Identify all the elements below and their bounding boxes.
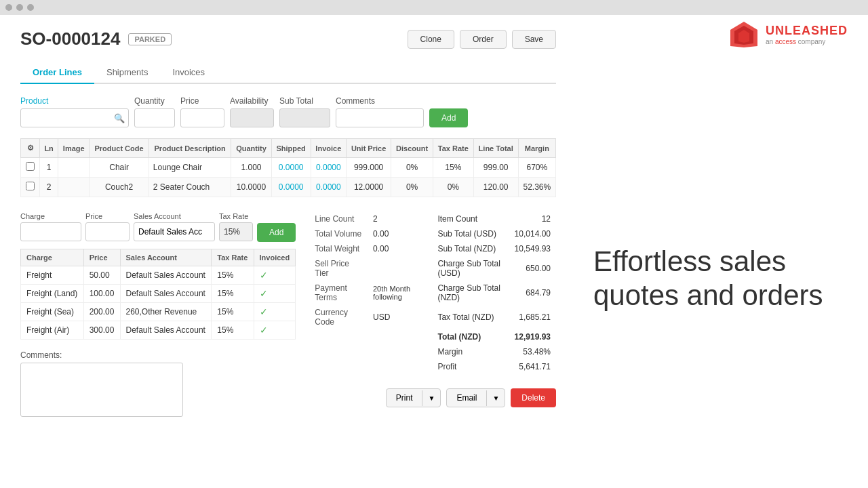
charge-name-input[interactable]: [20, 222, 81, 241]
quantity-input[interactable]: [134, 108, 175, 127]
header-buttons: Clone Order Save: [408, 30, 556, 49]
charge-row-charge: Freight (Sea): [21, 303, 84, 321]
logo-area: UNLEASHED an access company: [728, 20, 848, 49]
charge-price-label: Price: [85, 212, 130, 220]
total-weight-label: Total Weight: [311, 242, 368, 256]
titlebar-dot-2: [16, 4, 23, 11]
payment-terms-label: Payment Terms: [311, 281, 368, 304]
save-button[interactable]: Save: [512, 30, 556, 49]
table-row: 2 Couch2 2 Seater Couch 10.0000 0.0000 0…: [21, 178, 556, 197]
row-image: [58, 158, 90, 178]
header: SO-0000124 PARKED Clone Order Save: [20, 28, 556, 49]
charge-salesacc-input[interactable]: [134, 222, 215, 241]
th-product-description: Product Description: [149, 139, 231, 158]
currency-code-value: USD: [369, 306, 432, 329]
price-input[interactable]: [180, 108, 224, 127]
charge-price-input[interactable]: [85, 222, 130, 241]
charge-row-invoiced: ✓: [254, 266, 296, 285]
titlebar-dot-3: [27, 4, 34, 11]
print-arrow[interactable]: ▼: [422, 390, 440, 406]
email-arrow[interactable]: ▼: [486, 390, 505, 406]
availability-label: Availability: [230, 96, 274, 106]
row-margin: 52.36%: [518, 178, 555, 197]
row-discount: 0%: [391, 158, 433, 178]
email-button[interactable]: Email: [447, 389, 486, 407]
row-line-total: 120.00: [473, 178, 518, 197]
total-nzd-value: 12,919.93: [511, 330, 555, 344]
subtotal-label: Sub Total: [279, 96, 330, 106]
th-tax-rate: Tax Rate: [433, 139, 473, 158]
row-quantity: 1.000: [231, 158, 271, 178]
table-row: 1 Chair Lounge Chair 1.000 0.0000 0.0000…: [21, 158, 556, 178]
th-discount: Discount: [391, 139, 433, 158]
row-tax-rate: 0%: [433, 178, 473, 197]
th-line-total: Line Total: [473, 139, 518, 158]
th-gear[interactable]: ⚙: [21, 139, 40, 158]
price-field-group: Price: [180, 96, 224, 127]
th-invoice: Invoice: [311, 139, 346, 158]
tabs: Order Lines Shipments Invoices: [20, 62, 556, 84]
charge-salesacc-group: Sales Account: [134, 212, 215, 241]
charge-row-taxrate: 15%: [212, 266, 254, 285]
tax-total-nzd-label: Tax Total (NZD): [433, 306, 509, 329]
order-button[interactable]: Order: [460, 30, 507, 49]
quantity-field-group: Quantity: [134, 96, 175, 127]
summary-row-line-count: Line Count 2 Item Count 12: [311, 212, 555, 226]
sell-price-tier-value: [369, 257, 432, 280]
delete-button[interactable]: Delete: [511, 388, 556, 407]
row-checkbox[interactable]: [21, 178, 40, 197]
row-ln: 1: [40, 158, 58, 178]
sidebar-tagline: Effortless sales quotes and orders: [593, 245, 851, 313]
status-badge: PARKED: [128, 33, 172, 45]
tax-total-nzd-value: 1,685.21: [511, 306, 555, 329]
product-input[interactable]: [20, 108, 129, 127]
add-product-button[interactable]: Add: [429, 108, 468, 127]
row-product-desc: 2 Seater Couch: [149, 178, 231, 197]
row-shipped: 0.0000: [271, 178, 311, 197]
sell-price-tier-label: Sell Price Tier: [311, 257, 368, 280]
titlebar-dot-1: [5, 4, 12, 11]
summary-row-total: Total (NZD) 12,919.93: [311, 330, 555, 344]
comments-input[interactable]: [336, 108, 424, 127]
logo-sub1: an: [766, 38, 773, 45]
row-quantity: 10.0000: [231, 178, 271, 197]
charge-add-button[interactable]: Add: [257, 223, 296, 242]
search-icon[interactable]: 🔍: [114, 113, 125, 123]
charge-label-group: Charge: [20, 212, 81, 241]
summary-row-weight: Total Weight 0.00 Sub Total (NZD) 10,549…: [311, 242, 555, 256]
charge-sub-nzd-value: 684.79: [511, 281, 555, 304]
clone-button[interactable]: Clone: [408, 30, 454, 49]
summary-row-currency: Currency Code USD Tax Total (NZD) 1,685.…: [311, 306, 555, 329]
tab-shipments[interactable]: Shipments: [94, 62, 160, 84]
charge-row-charge: Freight (Air): [21, 321, 84, 340]
print-button[interactable]: Print: [387, 389, 422, 407]
product-input-wrap: 🔍: [20, 108, 129, 127]
availability-input: [230, 108, 274, 127]
comments-textarea[interactable]: [20, 363, 183, 417]
charge-row-taxrate: 15%: [212, 285, 254, 303]
row-margin: 670%: [518, 158, 555, 178]
profit-value: 5,641.71: [511, 360, 555, 373]
product-field-group: Product 🔍: [20, 96, 129, 127]
charge-row: Freight (Land) 100.00 Default Sales Acco…: [21, 285, 296, 303]
summary-row-volume: Total Volume 0.00 Sub Total (USD) 10,014…: [311, 227, 555, 241]
tab-order-lines[interactable]: Order Lines: [20, 62, 94, 84]
item-count-value: 12: [511, 212, 555, 226]
total-nzd-label: Total (NZD): [433, 330, 509, 344]
th-image: Image: [58, 139, 90, 158]
profit-label: Profit: [433, 360, 509, 373]
charge-row: Freight (Air) 300.00 Default Sales Accou…: [21, 321, 296, 340]
row-checkbox[interactable]: [21, 158, 40, 178]
row-discount: 0%: [391, 178, 433, 197]
product-label: Product: [20, 96, 129, 106]
summary-row-profit: Profit 5,641.71: [311, 360, 555, 373]
charge-row-price: 300.00: [83, 321, 120, 340]
order-table: ⚙ Ln Image Product Code Product Descript…: [20, 138, 556, 197]
summary-row-payment: Payment Terms 20th Month following Charg…: [311, 281, 555, 304]
charges-th-price: Price: [83, 249, 120, 266]
currency-code-label: Currency Code: [311, 306, 368, 329]
tab-invoices[interactable]: Invoices: [160, 62, 217, 84]
charge-row-price: 200.00: [83, 303, 120, 321]
th-quantity: Quantity: [231, 139, 271, 158]
row-ln: 2: [40, 178, 58, 197]
